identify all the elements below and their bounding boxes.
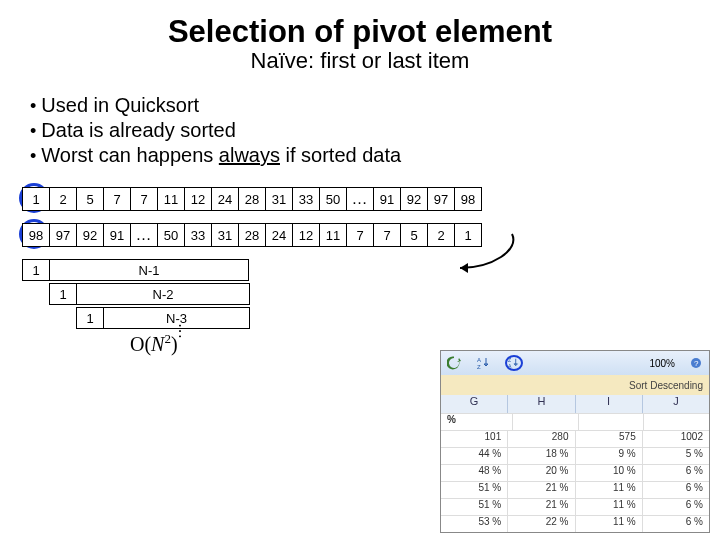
excel-col-headers: GHIJ <box>441 395 709 413</box>
col-header[interactable]: J <box>643 395 709 413</box>
table-cell[interactable]: 9 % <box>576 448 643 464</box>
sort-desc-icon[interactable]: ZA <box>505 355 523 371</box>
table-cell[interactable]: 21 % <box>508 482 575 498</box>
rec-1-rest: N-1 <box>49 259 249 281</box>
table-cell[interactable]: 48 % <box>441 465 508 481</box>
table-cell[interactable]: 6 % <box>643 465 709 481</box>
excel-data-grid: %101280575100244 %18 %9 %5 %48 %20 %10 %… <box>441 413 709 532</box>
array-cell: 1 <box>454 223 482 247</box>
col-header[interactable]: H <box>508 395 575 413</box>
bigO-var: N <box>151 333 164 355</box>
rec-row-3: 1 N-3 <box>22 307 720 329</box>
slide-subtitle: Naïve: first or last item <box>0 48 720 74</box>
table-cell[interactable]: 21 % <box>508 499 575 515</box>
svg-text:Z: Z <box>477 364 481 370</box>
excel-toolbar: AZ ZA 100% ? <box>441 351 709 375</box>
table-cell[interactable]: 10 % <box>576 465 643 481</box>
array-cell: 28 <box>238 223 266 247</box>
table-cell[interactable]: 11 % <box>576 516 643 532</box>
array-cell: … <box>346 187 374 211</box>
array-cell: 31 <box>211 223 239 247</box>
array-cell: 7 <box>103 187 131 211</box>
table-cell[interactable]: 18 % <box>508 448 575 464</box>
excel-snippet: AZ ZA 100% ? Sort Descending GHIJ %10128… <box>440 350 710 533</box>
table-cell[interactable]: 51 % <box>441 499 508 515</box>
array-cell: 5 <box>400 223 428 247</box>
table-cell[interactable]: 6 % <box>643 482 709 498</box>
array-cell: 98 <box>22 223 50 247</box>
array-cell: 50 <box>157 223 185 247</box>
bullet-list: Used in Quicksort Data is already sorted… <box>30 94 720 167</box>
table-cell[interactable] <box>644 414 709 430</box>
array-cell: 7 <box>130 187 158 211</box>
array-cell: 97 <box>49 223 77 247</box>
array-cell: 1 <box>22 187 50 211</box>
table-cell[interactable]: 5 % <box>643 448 709 464</box>
array-cell: 12 <box>184 187 212 211</box>
rec-1-one: 1 <box>22 259 50 281</box>
table-cell[interactable]: 6 % <box>643 516 709 532</box>
table-cell[interactable]: 53 % <box>441 516 508 532</box>
array-cell: 28 <box>238 187 266 211</box>
table-row: 53 %22 %11 %6 % <box>441 515 709 532</box>
table-cell[interactable]: 6 % <box>643 499 709 515</box>
table-cell[interactable]: 280 <box>508 431 575 447</box>
col-header[interactable]: I <box>576 395 643 413</box>
table-cell[interactable]: 11 % <box>576 499 643 515</box>
tooltip-text: Sort Descending <box>629 380 703 391</box>
table-cell[interactable]: 51 % <box>441 482 508 498</box>
arrays-area: 1257711122428313350…91929798 98979291…50… <box>22 187 720 247</box>
bullet-3-post: if sorted data <box>280 144 401 166</box>
array-cell: 50 <box>319 187 347 211</box>
table-cell[interactable]: 22 % <box>508 516 575 532</box>
table-row: 48 %20 %10 %6 % <box>441 464 709 481</box>
refresh-icon[interactable] <box>445 355 463 371</box>
vertical-dots: … <box>175 323 193 338</box>
zoom-value[interactable]: 100% <box>649 358 675 369</box>
sort-asc-icon[interactable]: AZ <box>475 355 493 371</box>
array-cell: 97 <box>427 187 455 211</box>
table-cell[interactable]: 101 <box>441 431 508 447</box>
table-cell[interactable]: 44 % <box>441 448 508 464</box>
bullet-2: Data is already sorted <box>30 119 720 142</box>
bigO-pre: O( <box>130 333 151 355</box>
array-cell: 2 <box>49 187 77 211</box>
array-cell: 31 <box>265 187 293 211</box>
array-cell: 7 <box>346 223 374 247</box>
array-cell: 33 <box>184 223 212 247</box>
table-row: % <box>441 413 709 430</box>
array-cell: … <box>130 223 158 247</box>
help-icon[interactable]: ? <box>687 355 705 371</box>
table-row: 1012805751002 <box>441 430 709 447</box>
table-cell[interactable]: 11 % <box>576 482 643 498</box>
table-cell[interactable]: 1002 <box>643 431 709 447</box>
array-cell: 92 <box>400 187 428 211</box>
svg-text:?: ? <box>694 359 699 368</box>
array-cell: 24 <box>211 187 239 211</box>
array-cell: 12 <box>292 223 320 247</box>
table-cell[interactable]: 20 % <box>508 465 575 481</box>
table-cell[interactable]: 575 <box>576 431 643 447</box>
excel-tooltip: Sort Descending <box>441 375 709 395</box>
array-cell: 11 <box>319 223 347 247</box>
svg-text:A: A <box>477 357 481 363</box>
array-cell: 7 <box>373 223 401 247</box>
recursion-diagram: 1 N-1 1 N-2 1 N-3 <box>22 259 720 329</box>
table-cell[interactable]: % <box>441 414 513 430</box>
array-cell: 91 <box>103 223 131 247</box>
array-cell: 33 <box>292 187 320 211</box>
table-row: 51 %21 %11 %6 % <box>441 481 709 498</box>
array-descending: 98979291…5033312824121177521 <box>22 223 720 247</box>
rec-3-one: 1 <box>76 307 104 329</box>
array-ascending: 1257711122428313350…91929798 <box>22 187 720 211</box>
bullet-3: Worst can happens always if sorted data <box>30 144 720 167</box>
svg-text:Z: Z <box>508 357 511 363</box>
array-cell: 91 <box>373 187 401 211</box>
table-row: 51 %21 %11 %6 % <box>441 498 709 515</box>
table-cell[interactable] <box>513 414 579 430</box>
array-cell: 92 <box>76 223 104 247</box>
col-header[interactable]: G <box>441 395 508 413</box>
rec-2-one: 1 <box>49 283 77 305</box>
svg-text:A: A <box>508 363 512 369</box>
table-cell[interactable] <box>579 414 645 430</box>
